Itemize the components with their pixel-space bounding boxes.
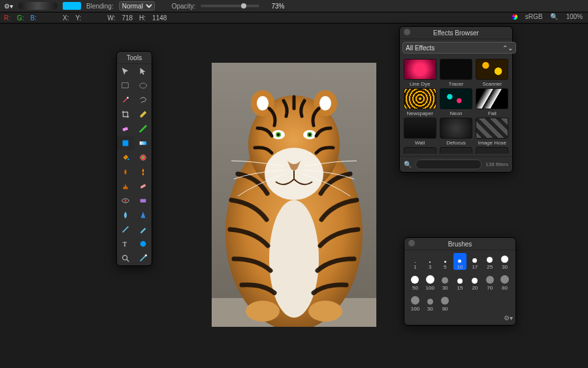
brush-preset[interactable]: 3 [423,253,437,270]
zoom-tool[interactable] [117,251,135,265]
brush-size-label: 100 [426,285,434,291]
effect-item[interactable]: Fall [475,88,510,116]
pencil-tool[interactable] [135,222,152,237]
line-tool[interactable] [117,222,135,237]
brush-preset[interactable]: 80 [438,295,452,312]
eyedropper-tool[interactable] [135,107,152,122]
blur-tool[interactable] [117,208,135,222]
effect-item[interactable]: Scanner [475,59,510,87]
smudge-tool[interactable] [117,165,135,179]
gradient-tool[interactable] [135,136,152,150]
brush-preset[interactable]: 25 [483,253,497,270]
lasso-tool[interactable] [135,93,152,107]
svg-point-40 [246,301,280,322]
readout-w-label: W: [107,14,115,22]
clone-stamp-tool[interactable] [117,179,135,193]
app-menu-icon[interactable]: ⚙▾ [4,3,13,10]
ellipse-select-tool[interactable] [135,78,152,93]
red-eye-tool[interactable] [117,193,135,208]
effect-thumb [404,118,436,139]
readout-g-label: G: [17,14,24,22]
effect-item[interactable]: Tracer [438,59,473,87]
brush-preset[interactable]: 17 [468,253,482,270]
hand-tool[interactable] [135,251,152,265]
brush-preview[interactable] [18,2,57,10]
svg-rect-0 [122,83,129,88]
effect-label: Wall [402,140,437,146]
readout-y-label: Y: [75,14,81,22]
document-canvas[interactable] [212,63,376,327]
svg-rect-7 [140,141,147,144]
effects-category-select[interactable]: All Effects⌃⌄ [402,42,516,54]
color-profile-label[interactable]: sRGB [525,13,543,20]
shape-fill-tool[interactable] [117,136,135,150]
brush-preset[interactable]: 80 [498,274,512,291]
effect-item[interactable]: Image Hose [475,118,510,146]
effect-thumb [476,59,508,80]
burn-tool[interactable] [135,165,152,179]
opacity-slider[interactable] [201,5,259,7]
zoom-value[interactable]: 100% [566,13,583,20]
effect-item[interactable]: Newspaper [402,88,437,116]
effect-item[interactable]: Neon [438,88,473,116]
move-tool[interactable] [117,64,135,78]
sponge-tool[interactable] [135,193,152,208]
paint-bucket-tool[interactable] [117,150,135,165]
effect-item[interactable]: Defocus [438,118,473,146]
eraser-tool[interactable] [117,122,135,136]
brush-preset[interactable]: 30 [438,274,452,291]
effect-thumb [476,88,508,109]
info-bar: R: G: B: X: Y: W: 718 H: 1148 [0,12,588,24]
svg-rect-12 [123,187,128,190]
brush-preset[interactable]: 5 [438,253,452,270]
color-picker-tool[interactable] [135,150,152,165]
crop-tool[interactable] [117,107,135,122]
close-icon[interactable] [408,240,415,246]
brush-preset[interactable]: 100 [423,274,437,291]
heal-tool[interactable] [135,179,152,193]
blending-mode-select[interactable]: Normal [119,1,155,10]
brush-preset[interactable]: 20 [468,274,482,291]
search-icon: 🔍 [404,161,412,168]
brush-size-label: 80 [502,285,508,291]
brush-preset[interactable]: 100 [408,295,422,312]
opacity-slider-knob[interactable] [241,3,246,8]
effect-item[interactable]: Wall [402,118,437,146]
brush-preset[interactable]: 50 [408,274,422,291]
brush-preset[interactable]: 1 [408,253,422,270]
brush-size-label: 20 [472,285,478,291]
brush-preset[interactable]: 30 [498,253,512,270]
svg-point-33 [269,200,319,318]
effect-thumb [404,88,436,109]
text-tool[interactable]: T [117,237,135,251]
shape-tool[interactable] [135,237,152,251]
svg-rect-16 [140,199,146,202]
tools-grid: T [117,64,152,265]
effect-item[interactable]: Line Dye [402,59,437,87]
rect-select-tool[interactable] [117,78,135,93]
arrow-select-tool[interactable] [135,64,152,78]
effects-search-input[interactable] [416,159,482,169]
svg-point-19 [140,241,146,247]
brush-preset[interactable]: 15 [453,274,467,291]
sharpen-tool[interactable] [135,208,152,222]
brush-tool[interactable] [135,122,152,136]
brush-preset[interactable]: 30 [423,295,437,312]
effect-label: Scanner [475,81,510,87]
brush-size-label: 5 [444,264,446,270]
close-icon[interactable] [404,29,410,35]
svg-point-39 [308,133,311,136]
effect-label: Tracer [438,81,473,87]
color-profile-icon [512,14,517,20]
brush-preset[interactable]: 10 [453,253,467,270]
foreground-color-swatch[interactable] [63,2,81,10]
magic-wand-tool[interactable] [117,93,135,107]
svg-rect-6 [123,141,129,146]
opacity-value: 73% [265,3,284,10]
brush-size-label: 30 [502,264,508,270]
zoom-icon[interactable]: 🔍 [550,13,558,20]
brush-preset[interactable]: 70 [483,274,497,291]
gear-icon[interactable]: ⚙▾ [504,314,510,321]
effect-label: Neon [438,110,473,116]
svg-line-21 [127,259,129,262]
